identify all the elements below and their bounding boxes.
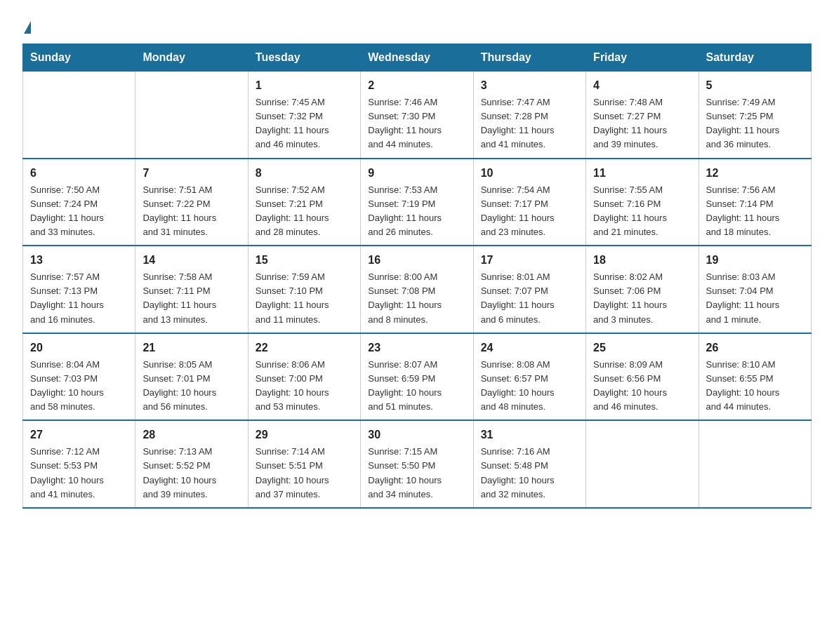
day-number: 25	[593, 340, 691, 356]
calendar-cell: 7Sunrise: 7:51 AM Sunset: 7:22 PM Daylig…	[135, 159, 248, 246]
day-number: 1	[256, 77, 353, 94]
calendar-header-wednesday: Wednesday	[361, 44, 473, 72]
day-number: 31	[481, 427, 578, 443]
day-number: 16	[368, 252, 465, 269]
day-number: 19	[706, 252, 804, 269]
day-info: Sunrise: 8:06 AM Sunset: 7:00 PM Dayligh…	[256, 358, 353, 415]
calendar-header-sunday: Sunday	[23, 44, 135, 72]
calendar-cell: 22Sunrise: 8:06 AM Sunset: 7:00 PM Dayli…	[248, 333, 360, 421]
calendar-cell: 11Sunrise: 7:55 AM Sunset: 7:16 PM Dayli…	[586, 159, 699, 246]
day-info: Sunrise: 8:03 AM Sunset: 7:04 PM Dayligh…	[706, 270, 804, 327]
day-number: 8	[256, 165, 353, 182]
day-info: Sunrise: 7:54 AM Sunset: 7:17 PM Dayligh…	[481, 183, 578, 240]
day-info: Sunrise: 8:07 AM Sunset: 6:59 PM Dayligh…	[368, 358, 465, 415]
day-number: 23	[368, 340, 465, 356]
day-info: Sunrise: 8:04 AM Sunset: 7:03 PM Dayligh…	[30, 358, 128, 415]
day-number: 3	[481, 77, 578, 94]
calendar-week-row: 1Sunrise: 7:45 AM Sunset: 7:32 PM Daylig…	[23, 72, 812, 159]
day-info: Sunrise: 7:48 AM Sunset: 7:27 PM Dayligh…	[593, 95, 691, 152]
day-info: Sunrise: 8:09 AM Sunset: 6:56 PM Dayligh…	[593, 358, 691, 415]
calendar-table: SundayMondayTuesdayWednesdayThursdayFrid…	[22, 43, 812, 509]
calendar-cell: 9Sunrise: 7:53 AM Sunset: 7:19 PM Daylig…	[361, 159, 473, 246]
logo	[22, 21, 31, 35]
calendar-cell: 28Sunrise: 7:13 AM Sunset: 5:52 PM Dayli…	[135, 420, 248, 508]
calendar-header-row: SundayMondayTuesdayWednesdayThursdayFrid…	[23, 44, 812, 72]
day-info: Sunrise: 7:13 AM Sunset: 5:52 PM Dayligh…	[143, 445, 240, 502]
day-number: 9	[368, 165, 465, 182]
day-number: 14	[143, 252, 240, 269]
day-info: Sunrise: 7:58 AM Sunset: 7:11 PM Dayligh…	[143, 270, 240, 327]
day-number: 13	[30, 252, 128, 269]
day-number: 10	[481, 165, 578, 182]
day-info: Sunrise: 7:50 AM Sunset: 7:24 PM Dayligh…	[30, 183, 128, 240]
day-info: Sunrise: 7:12 AM Sunset: 5:53 PM Dayligh…	[30, 445, 128, 502]
calendar-cell: 27Sunrise: 7:12 AM Sunset: 5:53 PM Dayli…	[23, 420, 135, 508]
day-number: 27	[30, 427, 128, 443]
day-info: Sunrise: 8:01 AM Sunset: 7:07 PM Dayligh…	[481, 270, 578, 327]
calendar-cell: 18Sunrise: 8:02 AM Sunset: 7:06 PM Dayli…	[586, 246, 699, 333]
page-header	[22, 17, 812, 35]
calendar-cell: 17Sunrise: 8:01 AM Sunset: 7:07 PM Dayli…	[473, 246, 585, 333]
calendar-cell: 5Sunrise: 7:49 AM Sunset: 7:25 PM Daylig…	[699, 72, 811, 159]
calendar-week-row: 13Sunrise: 7:57 AM Sunset: 7:13 PM Dayli…	[23, 246, 812, 333]
calendar-cell: 30Sunrise: 7:15 AM Sunset: 5:50 PM Dayli…	[361, 420, 473, 508]
calendar-cell: 26Sunrise: 8:10 AM Sunset: 6:55 PM Dayli…	[699, 333, 811, 421]
calendar-cell: 16Sunrise: 8:00 AM Sunset: 7:08 PM Dayli…	[361, 246, 473, 333]
calendar-cell: 13Sunrise: 7:57 AM Sunset: 7:13 PM Dayli…	[23, 246, 135, 333]
calendar-cell: 29Sunrise: 7:14 AM Sunset: 5:51 PM Dayli…	[248, 420, 360, 508]
day-info: Sunrise: 7:49 AM Sunset: 7:25 PM Dayligh…	[706, 95, 804, 152]
calendar-cell: 31Sunrise: 7:16 AM Sunset: 5:48 PM Dayli…	[473, 420, 585, 508]
day-info: Sunrise: 8:10 AM Sunset: 6:55 PM Dayligh…	[706, 358, 804, 415]
day-info: Sunrise: 8:05 AM Sunset: 7:01 PM Dayligh…	[143, 358, 240, 415]
day-info: Sunrise: 7:47 AM Sunset: 7:28 PM Dayligh…	[481, 95, 578, 152]
calendar-cell: 23Sunrise: 8:07 AM Sunset: 6:59 PM Dayli…	[361, 333, 473, 421]
calendar-header-friday: Friday	[586, 44, 699, 72]
logo-triangle-icon	[24, 21, 31, 34]
calendar-cell: 8Sunrise: 7:52 AM Sunset: 7:21 PM Daylig…	[248, 159, 360, 246]
calendar-cell: 21Sunrise: 8:05 AM Sunset: 7:01 PM Dayli…	[135, 333, 248, 421]
day-info: Sunrise: 7:52 AM Sunset: 7:21 PM Dayligh…	[256, 183, 353, 240]
day-number: 21	[143, 340, 240, 356]
day-number: 11	[593, 165, 691, 182]
day-info: Sunrise: 7:55 AM Sunset: 7:16 PM Dayligh…	[593, 183, 691, 240]
calendar-cell: 19Sunrise: 8:03 AM Sunset: 7:04 PM Dayli…	[699, 246, 811, 333]
day-number: 18	[593, 252, 691, 269]
calendar-header-tuesday: Tuesday	[248, 44, 360, 72]
day-number: 20	[30, 340, 128, 356]
day-number: 28	[143, 427, 240, 443]
calendar-header-saturday: Saturday	[699, 44, 811, 72]
calendar-header-thursday: Thursday	[473, 44, 585, 72]
calendar-cell: 25Sunrise: 8:09 AM Sunset: 6:56 PM Dayli…	[586, 333, 699, 421]
calendar-cell	[23, 72, 135, 159]
day-number: 6	[30, 165, 128, 182]
calendar-cell: 4Sunrise: 7:48 AM Sunset: 7:27 PM Daylig…	[586, 72, 699, 159]
day-number: 17	[481, 252, 578, 269]
calendar-cell	[699, 420, 811, 508]
calendar-cell: 1Sunrise: 7:45 AM Sunset: 7:32 PM Daylig…	[248, 72, 360, 159]
calendar-cell: 3Sunrise: 7:47 AM Sunset: 7:28 PM Daylig…	[473, 72, 585, 159]
day-number: 24	[481, 340, 578, 356]
day-info: Sunrise: 7:46 AM Sunset: 7:30 PM Dayligh…	[368, 95, 465, 152]
day-info: Sunrise: 7:14 AM Sunset: 5:51 PM Dayligh…	[256, 445, 353, 502]
day-info: Sunrise: 7:45 AM Sunset: 7:32 PM Dayligh…	[256, 95, 353, 152]
day-number: 15	[256, 252, 353, 269]
calendar-header-monday: Monday	[135, 44, 248, 72]
day-info: Sunrise: 7:56 AM Sunset: 7:14 PM Dayligh…	[706, 183, 804, 240]
day-number: 30	[368, 427, 465, 443]
day-info: Sunrise: 7:16 AM Sunset: 5:48 PM Dayligh…	[481, 445, 578, 502]
day-info: Sunrise: 7:53 AM Sunset: 7:19 PM Dayligh…	[368, 183, 465, 240]
day-info: Sunrise: 7:57 AM Sunset: 7:13 PM Dayligh…	[30, 270, 128, 327]
day-info: Sunrise: 7:51 AM Sunset: 7:22 PM Dayligh…	[143, 183, 240, 240]
calendar-cell: 15Sunrise: 7:59 AM Sunset: 7:10 PM Dayli…	[248, 246, 360, 333]
calendar-week-row: 6Sunrise: 7:50 AM Sunset: 7:24 PM Daylig…	[23, 159, 812, 246]
calendar-cell: 10Sunrise: 7:54 AM Sunset: 7:17 PM Dayli…	[473, 159, 585, 246]
day-number: 2	[368, 77, 465, 94]
day-number: 5	[706, 77, 804, 94]
day-number: 4	[593, 77, 691, 94]
calendar-cell	[586, 420, 699, 508]
calendar-week-row: 27Sunrise: 7:12 AM Sunset: 5:53 PM Dayli…	[23, 420, 812, 508]
calendar-week-row: 20Sunrise: 8:04 AM Sunset: 7:03 PM Dayli…	[23, 333, 812, 421]
day-info: Sunrise: 8:08 AM Sunset: 6:57 PM Dayligh…	[481, 358, 578, 415]
day-number: 12	[706, 165, 804, 182]
day-number: 26	[706, 340, 804, 356]
